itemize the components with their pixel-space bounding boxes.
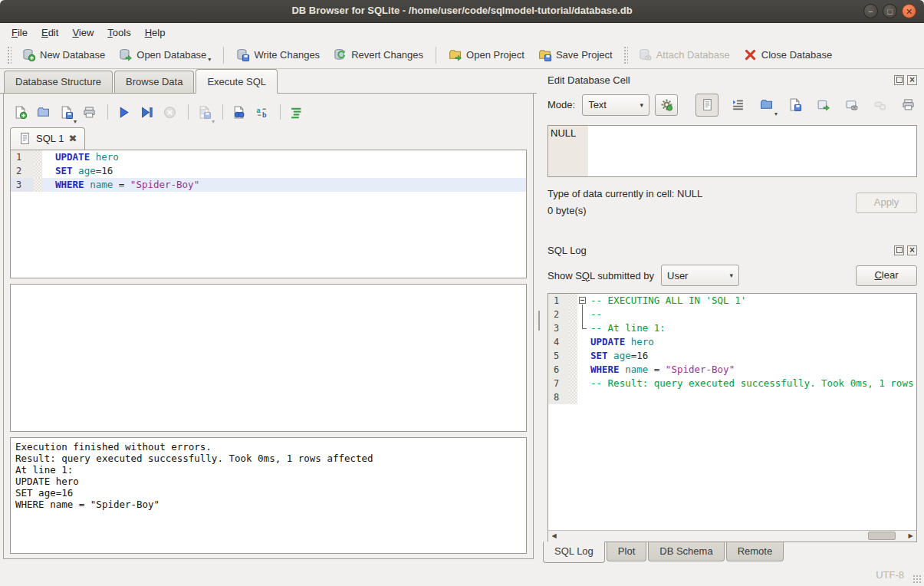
execute-all-button[interactable]: [113, 102, 134, 123]
save-results-button[interactable]: ▾: [194, 102, 215, 123]
code-text: WHERE name = "Spider-Boy": [53, 178, 199, 192]
dropdown-caret-icon[interactable]: ▾: [74, 118, 77, 125]
code-text: -- EXECUTING ALL IN 'SQL 1': [588, 294, 746, 308]
new-database-button[interactable]: New Database: [15, 44, 112, 65]
splitter-editor-results[interactable]: [10, 278, 527, 284]
title-bar[interactable]: DB Browser for SQLite - /home/user/code/…: [0, 0, 924, 23]
main-tab-bar: Database StructureBrowse DataExecute SQL: [0, 69, 537, 94]
copy-link-button[interactable]: [842, 96, 860, 114]
apply-button[interactable]: Apply: [856, 193, 917, 213]
sql-log-view[interactable]: 1−-- EXECUTING ALL IN 'SQL 1'2--3-- At l…: [547, 293, 917, 542]
close-tab-icon[interactable]: ✖: [68, 135, 77, 143]
open-in-external-button[interactable]: [814, 96, 832, 114]
resize-grip[interactable]: [912, 574, 922, 584]
line-number: 8: [548, 390, 569, 404]
menu-help[interactable]: Help: [138, 25, 173, 41]
sql-log-dock: SQL Log Show SQL submitted by User ▾ Cle…: [541, 239, 924, 542]
dropdown-caret-icon[interactable]: ▾: [212, 118, 215, 125]
sql-editor-tab-bar: SQL 1✖: [10, 126, 527, 150]
save-sql-file-icon: [60, 106, 73, 119]
float-dock-icon[interactable]: [894, 75, 904, 85]
bottom-tab-db-schema[interactable]: DB Schema: [648, 542, 724, 561]
sql-editor-tab[interactable]: SQL 1✖: [10, 127, 85, 150]
close-dock-icon[interactable]: [907, 245, 917, 255]
close-database-button[interactable]: Close Database: [737, 44, 840, 65]
import-data-button[interactable]: ▾: [757, 96, 775, 114]
open-sql-file-button[interactable]: [33, 102, 54, 123]
bottom-tab-sql-log[interactable]: SQL Log: [543, 542, 605, 563]
horizontal-scrollbar[interactable]: ◀ ▶: [548, 530, 916, 542]
db-write-icon: [236, 48, 249, 61]
cell-value: NULL: [548, 126, 588, 176]
sql-editor[interactable]: 1UPDATE hero2SET age=163WHERE name = "Sp…: [10, 150, 527, 278]
scrollbar-thumb[interactable]: [868, 532, 896, 540]
fold-marker: [577, 308, 588, 321]
mode-select[interactable]: Text ▾: [582, 94, 649, 116]
open-project-button[interactable]: Open Project: [442, 44, 531, 65]
tab-database-structure[interactable]: Database Structure: [4, 71, 113, 93]
new-sql-tab-button[interactable]: [10, 102, 31, 123]
stop-execution-button[interactable]: [159, 102, 180, 123]
float-dock-icon[interactable]: [894, 245, 904, 255]
code-line: 2--: [548, 308, 916, 321]
splitter-results-messages[interactable]: [10, 432, 527, 437]
chevron-down-icon: ▾: [640, 101, 644, 109]
open-sql-file-icon: [37, 106, 50, 119]
close-dock-icon[interactable]: [907, 75, 917, 85]
attach-database-button[interactable]: Attach Database: [632, 44, 737, 65]
tab-execute-sql[interactable]: Execute SQL: [196, 69, 278, 94]
print-cell-button[interactable]: [899, 96, 917, 114]
set-null-button[interactable]: [870, 96, 889, 114]
toolbar-drag-handle[interactable]: [7, 46, 12, 64]
word-wrap-button[interactable]: [728, 96, 747, 114]
auto-switch-mode-button[interactable]: [655, 94, 678, 116]
maximize-button[interactable]: □: [883, 4, 897, 18]
tab-browse-data[interactable]: Browse Data: [114, 71, 194, 93]
open-database-button[interactable]: Open Database▾: [112, 44, 218, 65]
line-number: 4: [548, 335, 569, 349]
print-sql-button[interactable]: [79, 102, 100, 123]
dropdown-caret-icon[interactable]: ▾: [774, 110, 778, 117]
dropdown-caret-icon[interactable]: ▾: [208, 56, 211, 63]
clear-log-button[interactable]: Clear: [856, 265, 917, 286]
results-pane[interactable]: [10, 284, 527, 432]
close-button[interactable]: ✕: [902, 4, 916, 18]
find-button[interactable]: [229, 102, 249, 123]
format-sql-button[interactable]: [286, 102, 307, 123]
toolbar-separator: [188, 104, 189, 120]
fold-marker[interactable]: −: [577, 294, 588, 308]
save-sql-file-button[interactable]: ▾: [56, 102, 77, 123]
menu-view[interactable]: View: [65, 25, 100, 41]
toolbar-separator: [107, 104, 108, 120]
scroll-left-icon[interactable]: ◀: [548, 531, 560, 542]
export-data-button[interactable]: [785, 96, 804, 114]
toolbar-drag-handle[interactable]: [623, 46, 628, 64]
code-text: UPDATE hero: [53, 150, 119, 164]
submitted-by-select[interactable]: User ▾: [661, 265, 739, 286]
bottom-tab-plot[interactable]: Plot: [607, 542, 646, 561]
encoding-indicator: UTF-8: [876, 569, 904, 581]
save-project-button[interactable]: Save Project: [531, 44, 620, 65]
revert-changes-button[interactable]: Revert Changes: [327, 44, 430, 65]
code-line: 1−-- EXECUTING ALL IN 'SQL 1': [548, 294, 916, 308]
execution-messages[interactable]: Execution finished without errors. Resul…: [10, 437, 527, 554]
find-replace-button[interactable]: ab: [252, 102, 272, 123]
new-database-label: New Database: [40, 49, 105, 61]
menu-file[interactable]: File: [5, 25, 35, 41]
scroll-right-icon[interactable]: ▶: [905, 531, 916, 542]
db-attach-icon: [639, 48, 652, 61]
execute-current-line-button[interactable]: [136, 102, 157, 123]
edit-database-cell-dock: Edit Database Cell Mode: Text ▾ ▾: [541, 69, 924, 233]
collapse-icon[interactable]: −: [579, 297, 586, 304]
splitter-left-right[interactable]: [537, 69, 541, 564]
minimize-button[interactable]: −: [863, 4, 878, 18]
cell-value-editor[interactable]: NULL: [547, 125, 917, 177]
write-changes-button[interactable]: Write Changes: [229, 44, 327, 65]
bottom-tab-remote[interactable]: Remote: [726, 542, 784, 561]
splitter-cell-log[interactable]: [541, 233, 924, 239]
menu-edit[interactable]: Edit: [35, 25, 65, 41]
new-sql-tab-icon: [14, 106, 27, 119]
text-document-button[interactable]: [695, 94, 718, 117]
menu-tools[interactable]: Tools: [100, 25, 137, 41]
text-document-icon: [701, 98, 714, 111]
